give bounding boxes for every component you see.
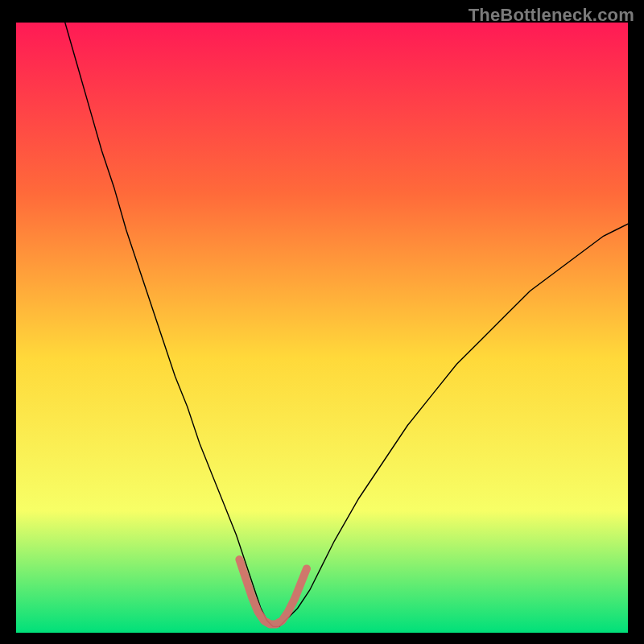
watermark-text: TheBottleneck.com	[469, 5, 634, 26]
gradient-background	[16, 23, 628, 633]
chart-svg	[16, 23, 628, 633]
chart-frame: TheBottleneck.com	[0, 0, 644, 644]
plot-area	[16, 23, 628, 633]
